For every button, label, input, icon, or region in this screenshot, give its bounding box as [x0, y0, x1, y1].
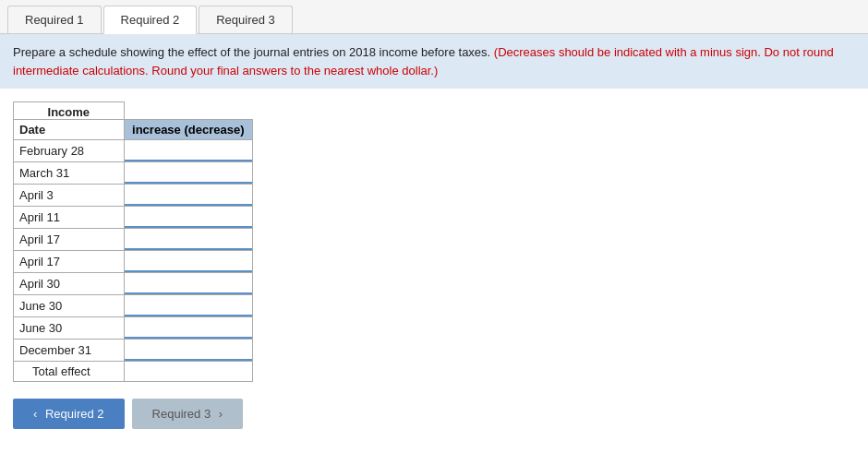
- income-input-cell[interactable]: [124, 207, 252, 229]
- table-row: April 11: [14, 207, 253, 229]
- table-row: February 28: [14, 140, 253, 162]
- page-wrapper: Required 1 Required 2 Required 3 Prepare…: [0, 0, 868, 465]
- instruction-box: Prepare a schedule showing the effect of…: [0, 34, 868, 89]
- table-row: March 31: [14, 162, 253, 185]
- date-cell: April 17: [14, 251, 125, 273]
- schedule-table: Income Date increase (decrease) February…: [13, 101, 253, 382]
- income-input[interactable]: [125, 362, 252, 381]
- income-input[interactable]: [125, 162, 252, 184]
- bottom-nav: ‹ Required 2 Required 3 ›: [0, 382, 868, 446]
- prev-button[interactable]: ‹ Required 2: [13, 399, 125, 429]
- tabs-bar: Required 1 Required 2 Required 3: [0, 0, 868, 34]
- income-input-cell[interactable]: [124, 273, 252, 295]
- income-input-cell[interactable]: [124, 317, 252, 340]
- table-row: June 30: [14, 317, 253, 340]
- next-button[interactable]: Required 3 ›: [132, 399, 244, 429]
- table-row: April 17: [14, 251, 253, 273]
- income-input[interactable]: [125, 229, 252, 250]
- tab-required3[interactable]: Required 3: [199, 6, 293, 33]
- income-input-cell[interactable]: [124, 185, 252, 207]
- table-row: June 30: [14, 295, 253, 317]
- table-row: December 31: [14, 340, 253, 362]
- income-input[interactable]: [125, 207, 252, 228]
- date-cell: April 30: [14, 273, 125, 295]
- income-input-cell[interactable]: [124, 140, 252, 162]
- income-input[interactable]: [125, 273, 252, 294]
- date-cell: February 28: [14, 140, 125, 162]
- income-input-cell[interactable]: [124, 362, 252, 382]
- income-input[interactable]: [125, 251, 252, 272]
- prev-button-label: Required 2: [45, 407, 104, 421]
- income-input[interactable]: [125, 185, 252, 206]
- date-cell: June 30: [14, 317, 125, 340]
- income-input[interactable]: [125, 295, 252, 316]
- income-input[interactable]: [125, 317, 252, 339]
- income-input[interactable]: [125, 340, 252, 361]
- date-cell: June 30: [14, 295, 125, 317]
- header-date-label: Date: [14, 120, 125, 140]
- prev-arrow-icon: ‹: [33, 407, 37, 421]
- income-input-cell[interactable]: [124, 340, 252, 362]
- date-cell: April 11: [14, 207, 125, 229]
- date-cell: Total effect: [14, 362, 125, 382]
- tab-required1[interactable]: Required 1: [7, 6, 102, 33]
- tab-required2[interactable]: Required 2: [103, 6, 198, 34]
- table-row: April 17: [14, 229, 253, 251]
- income-input-cell[interactable]: [124, 229, 252, 251]
- date-cell: March 31: [14, 162, 125, 185]
- header-income-label: Income: [14, 102, 125, 120]
- date-cell: April 17: [14, 229, 125, 251]
- table-row: April 30: [14, 273, 253, 295]
- date-cell: April 3: [14, 185, 125, 207]
- next-arrow-icon: ›: [219, 407, 223, 421]
- date-cell: December 31: [14, 340, 125, 362]
- table-row: April 3: [14, 185, 253, 207]
- next-button-label: Required 3: [152, 407, 211, 421]
- instruction-main: Prepare a schedule showing the effect of…: [13, 45, 494, 59]
- income-input-cell[interactable]: [124, 162, 252, 185]
- income-input[interactable]: [125, 140, 252, 161]
- header-income-spacer: [124, 102, 252, 120]
- income-input-cell[interactable]: [124, 295, 252, 317]
- table-area: Income Date increase (decrease) February…: [0, 89, 868, 382]
- income-input-cell[interactable]: [124, 251, 252, 273]
- table-row: Total effect: [14, 362, 253, 382]
- header-increase-label: increase (decrease): [124, 120, 252, 140]
